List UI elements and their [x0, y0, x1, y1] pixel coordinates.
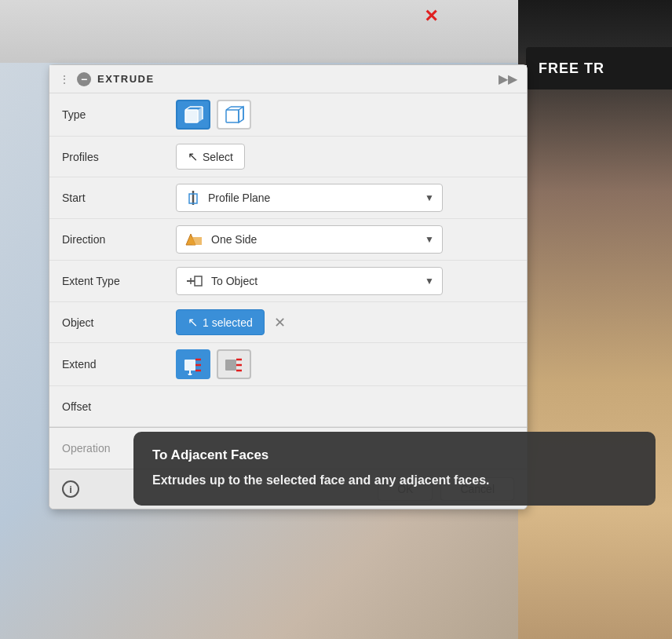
type-wire-button[interactable] — [217, 100, 251, 130]
direction-dropdown-arrow: ▼ — [425, 234, 434, 245]
extend-content — [176, 349, 514, 379]
extent-type-label: Extent Type — [62, 275, 176, 287]
object-content: ↖ 1 selected ✕ — [176, 309, 514, 335]
profile-plane-icon — [184, 189, 202, 206]
svg-rect-2 — [185, 110, 198, 122]
drag-handle: ⋮ — [59, 73, 71, 86]
extend-none-button[interactable] — [217, 349, 251, 379]
dialog-title: EXTRUDE — [97, 73, 155, 85]
extend-label: Extend — [62, 358, 176, 371]
type-row: Type — [49, 93, 527, 137]
extend-none-icon — [223, 353, 245, 375]
svg-rect-26 — [225, 360, 236, 371]
profiles-row: Profiles ↖ Select — [49, 137, 527, 177]
start-dropdown-inner: Profile Plane — [184, 189, 270, 206]
direction-dropdown[interactable]: One Side ▼ — [176, 225, 443, 254]
extent-type-row: Extent Type To Object ▼ — [49, 261, 527, 302]
info-button[interactable]: i — [62, 480, 79, 498]
start-dropdown-value: Profile Plane — [208, 192, 270, 204]
object-selected-label: 1 selected — [203, 316, 253, 329]
extent-type-dropdown-arrow: ▼ — [425, 276, 434, 287]
svg-rect-16 — [192, 237, 202, 245]
forward-icon[interactable]: ▶▶ — [499, 71, 517, 86]
tooltip-body: Extrudes up to the selected face and any… — [152, 471, 637, 490]
type-solid-button[interactable] — [176, 100, 210, 130]
type-content — [176, 100, 514, 130]
object-label: Object — [62, 316, 176, 329]
minimize-icon[interactable]: − — [77, 72, 91, 86]
solid-extrude-icon — [182, 104, 204, 126]
extend-adjacent-icon — [182, 353, 204, 375]
extent-type-dropdown-inner: To Object — [184, 272, 257, 290]
offset-row: Offset — [49, 386, 527, 427]
svg-marker-25 — [188, 374, 192, 375]
direction-label: Direction — [62, 233, 176, 246]
direction-row: Direction One Side ▼ — [49, 219, 527, 261]
svg-marker-9 — [239, 107, 243, 122]
to-object-icon — [184, 272, 205, 290]
start-dropdown-arrow: ▼ — [425, 192, 434, 203]
object-selected-button[interactable]: ↖ 1 selected — [176, 309, 265, 335]
cursor-icon-object: ↖ — [188, 315, 198, 330]
start-row: Start Profile Plane ▼ — [49, 177, 527, 219]
tooltip: To Adjacent Faces Extrudes up to the sel… — [133, 432, 656, 506]
tooltip-title: To Adjacent Faces — [152, 447, 637, 463]
wire-extrude-icon — [223, 104, 245, 126]
offset-label: Offset — [62, 400, 176, 413]
extend-row: Extend — [49, 343, 527, 386]
object-clear-button[interactable]: ✕ — [271, 313, 290, 332]
start-content: Profile Plane ▼ — [176, 184, 514, 212]
profiles-label: Profiles — [62, 151, 176, 163]
svg-rect-20 — [184, 360, 195, 371]
red-x-marker: ✕ — [424, 6, 438, 27]
cad-viewport — [0, 0, 526, 63]
select-label: Select — [203, 151, 233, 163]
svg-rect-8 — [226, 110, 239, 122]
extent-type-content: To Object ▼ — [176, 267, 514, 295]
start-dropdown[interactable]: Profile Plane ▼ — [176, 184, 443, 212]
svg-marker-4 — [198, 107, 203, 122]
svg-rect-18 — [195, 276, 202, 286]
free-trial-bar[interactable]: FREE TR — [526, 47, 672, 89]
dialog-title-left: ⋮ − EXTRUDE — [59, 72, 155, 86]
dialog-title-bar: ⋮ − EXTRUDE ▶▶ — [49, 65, 527, 93]
object-row: Object ↖ 1 selected ✕ — [49, 302, 527, 343]
extent-type-dropdown[interactable]: To Object ▼ — [176, 267, 443, 295]
profiles-content: ↖ Select — [176, 144, 514, 170]
direction-dropdown-value: One Side — [211, 233, 257, 246]
start-label: Start — [62, 192, 176, 204]
profiles-select-button[interactable]: ↖ Select — [176, 144, 245, 170]
free-trial-text: FREE TR — [539, 60, 604, 77]
photo-background — [518, 0, 672, 639]
type-label: Type — [62, 108, 176, 121]
one-side-icon — [184, 231, 205, 248]
extent-type-dropdown-value: To Object — [211, 275, 257, 287]
cursor-icon: ↖ — [188, 149, 198, 164]
extend-adjacent-button[interactable] — [176, 349, 210, 379]
direction-content: One Side ▼ — [176, 225, 514, 254]
direction-dropdown-inner: One Side — [184, 231, 257, 248]
